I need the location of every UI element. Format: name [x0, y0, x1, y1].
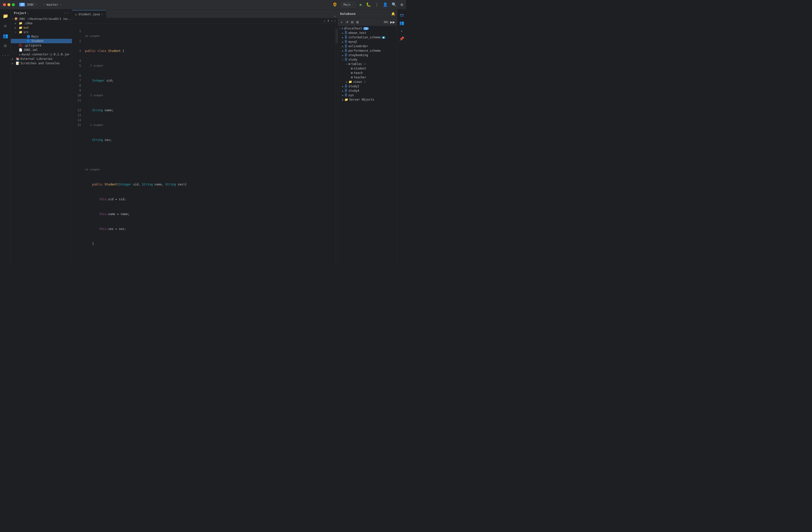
- folder-icon[interactable]: 📁: [1, 11, 10, 20]
- code-editor[interactable]: 1 2 3 4 5 6 7 8 9 10 11 12 13 14 15: [72, 24, 338, 266]
- db-forward-button[interactable]: ▶▶: [389, 20, 396, 25]
- db-item-label: performance_schema: [348, 49, 380, 52]
- db-add-button[interactable]: ＋: [339, 19, 344, 25]
- sidebar-more-icon[interactable]: ···: [63, 11, 69, 15]
- db-item-sys[interactable]: ▶ 🗄 sys: [338, 93, 397, 97]
- views-icon: 📁: [348, 80, 352, 84]
- settings-icon[interactable]: ⚙: [401, 2, 403, 7]
- right-icons: 🗃 👥 ✦ 📌: [397, 10, 406, 266]
- run-config-label: Main: [344, 3, 351, 6]
- tree-item-label: src: [24, 30, 29, 34]
- db-item-mysql[interactable]: ▶ 🗄 mysql: [338, 40, 397, 44]
- java-tab-icon: ☕: [75, 12, 77, 16]
- tree-item-idea[interactable]: ▶ 📁 .idea: [11, 21, 72, 26]
- sidebar-header: Project ▾ ···: [11, 10, 72, 17]
- folder-icon: 📁: [19, 26, 23, 29]
- db-item-localhost[interactable]: ▾ ⊙ @localhost 10: [338, 26, 397, 31]
- db-refresh-button[interactable]: ↺: [345, 20, 349, 25]
- db-item-study2[interactable]: ▶ 🗄 study2: [338, 84, 397, 88]
- run-config-selector[interactable]: Main ▾: [341, 2, 356, 7]
- tab-student-java[interactable]: ☕ Student.java ✕: [72, 10, 106, 18]
- more-icon[interactable]: ⋮: [375, 2, 379, 7]
- db-item-ebean-test[interactable]: ▶ 🗄 ebean_test: [338, 31, 397, 35]
- tree-item-external-libs[interactable]: ▶ 📚 External Libraries: [11, 57, 72, 61]
- line-numbers: 1 2 3 4 5 6 7 8 9 10 11 12 13 14 15: [72, 24, 83, 266]
- structure-icon[interactable]: ⊞: [1, 41, 10, 50]
- tree-item-label: JDBC.iml: [24, 48, 38, 52]
- tree-item-gitignore[interactable]: 🚫 .gitignore: [11, 43, 72, 48]
- sunflower-icon[interactable]: 🌻: [332, 2, 337, 7]
- tree-item-main[interactable]: 🔵 Main: [11, 34, 72, 39]
- db-item-study[interactable]: ▾ 🗄 study: [338, 57, 397, 62]
- db-icon: 🗄: [345, 40, 347, 43]
- project-dropdown-icon[interactable]: ▾: [36, 3, 37, 6]
- db-item-onlineorder[interactable]: ▶ 🗄 onlineOrder: [338, 44, 397, 48]
- database-panel: Database 🔔 ＋ ↺ ⊟ ⊞ DDL ▶▶ ▾ ⊙ @localhost…: [338, 10, 397, 266]
- tree-arrow-icon: ▾: [12, 17, 13, 20]
- minimap-indicator: [336, 29, 338, 43]
- run-icon[interactable]: ▶: [360, 2, 362, 7]
- class-icon: 🔵: [27, 35, 30, 38]
- notification-icon[interactable]: 🔔: [391, 12, 395, 16]
- more-dots-icon[interactable]: ···: [1, 51, 10, 60]
- bookmark-icon[interactable]: 📌: [398, 35, 405, 42]
- branch-selector[interactable]: ⑂ master ▾: [43, 3, 61, 6]
- code-content[interactable]: no usages public class Student { 2 usage…: [83, 24, 335, 266]
- database-icon[interactable]: 🗃: [398, 11, 405, 18]
- traffic-lights: [3, 3, 15, 6]
- db-item-label: mysql: [348, 40, 357, 43]
- db-item-teacher-table[interactable]: ⊞ teacher: [338, 75, 397, 80]
- tree-collapse-icon: ▶: [342, 41, 344, 43]
- tree-collapse-icon: ▶: [342, 50, 344, 52]
- db-item-label: Server Objects: [349, 98, 374, 101]
- ddl-toolbar-label[interactable]: DDL: [384, 20, 389, 24]
- debug-icon[interactable]: 🐛: [366, 2, 371, 7]
- git-icon[interactable]: ⊙: [1, 21, 10, 30]
- maximize-button[interactable]: [12, 3, 15, 6]
- users-icon[interactable]: 👥: [398, 19, 405, 26]
- db-item-label: views: [353, 80, 362, 84]
- project-selector[interactable]: JD JDBC ▾: [19, 3, 37, 6]
- db-collapse-button[interactable]: ⊟: [350, 20, 354, 25]
- db-expand-button[interactable]: ⊞: [355, 20, 360, 25]
- tree-item-src[interactable]: ▾ 📁 src: [11, 30, 72, 34]
- branch-dropdown-icon[interactable]: ▾: [60, 3, 61, 6]
- tree-collapse-icon: ▶: [346, 81, 347, 83]
- db-item-tables[interactable]: ▾ ⊞ tables 3: [338, 62, 397, 66]
- db-item-staybooking[interactable]: ▶ 🗄 staybooking: [338, 53, 397, 57]
- tree-item-jdbc-iml[interactable]: 📄 JDBC.iml: [11, 48, 72, 52]
- sidebar-dropdown-icon[interactable]: ▾: [27, 12, 29, 15]
- db-item-performance-schema[interactable]: ▶ 🗄 performance_schema: [338, 48, 397, 53]
- schema-badge: ●: [381, 36, 386, 39]
- search-icon[interactable]: 🔍: [392, 2, 396, 7]
- db-icon: 🗄: [345, 36, 347, 39]
- db-item-server-objects[interactable]: ▶ 📁 Server Objects: [338, 97, 397, 102]
- tree-item-scratches[interactable]: ▶ 📝 Scratches and Consoles: [11, 61, 72, 66]
- activity-bar: 📁 ⊙ 👥 ⊞ ··· 🗃 🧊 ▶ 📖 ▣ ℹ ⎇: [0, 10, 11, 266]
- ai-icon[interactable]: ✦: [398, 27, 405, 34]
- db-icon: 🗄: [345, 94, 347, 97]
- tree-item-mysql-jar[interactable]: ☕ mysql-connector-j-8.2.0.jar: [11, 52, 72, 57]
- db-item-student-table[interactable]: ⊞ student: [338, 66, 397, 71]
- db-item-teach-table[interactable]: ⊞ teach: [338, 71, 397, 75]
- warning-arrows[interactable]: ∧ ∨: [331, 19, 336, 23]
- minimize-button[interactable]: [8, 3, 10, 6]
- tree-item-label: Main: [31, 35, 39, 38]
- tabs-more-icon[interactable]: ⋯: [334, 14, 336, 18]
- tree-item-out[interactable]: ▶ 📁 out: [11, 26, 72, 30]
- tree-item-jdbc-root[interactable]: ▾ 📦 JDBC ~/Desktop/CS/JavaEE/1 Jav...: [11, 17, 72, 21]
- tree-item-student[interactable]: 🔵 Student: [11, 39, 72, 43]
- tree-arrow-icon: ▾: [15, 31, 18, 33]
- db-item-information-schema[interactable]: ▶ 🗄 information_schema ●: [338, 35, 397, 40]
- db-icon: 🗄: [345, 49, 347, 52]
- tree-item-label: Scratches and Consoles: [20, 61, 60, 65]
- db-item-views[interactable]: ▶ 📁 views 2: [338, 80, 397, 84]
- tree-collapse-icon: ▶: [342, 94, 344, 97]
- user-icon[interactable]: 👤: [383, 2, 388, 7]
- close-button[interactable]: [3, 3, 6, 6]
- db-item-label: study: [348, 58, 357, 61]
- db-item-study4[interactable]: ▶ 🗄 study4: [338, 88, 397, 93]
- tab-close-button[interactable]: ✕: [102, 13, 103, 16]
- people-icon[interactable]: 👥: [1, 31, 10, 40]
- run-config-dropdown: ▾: [352, 3, 354, 6]
